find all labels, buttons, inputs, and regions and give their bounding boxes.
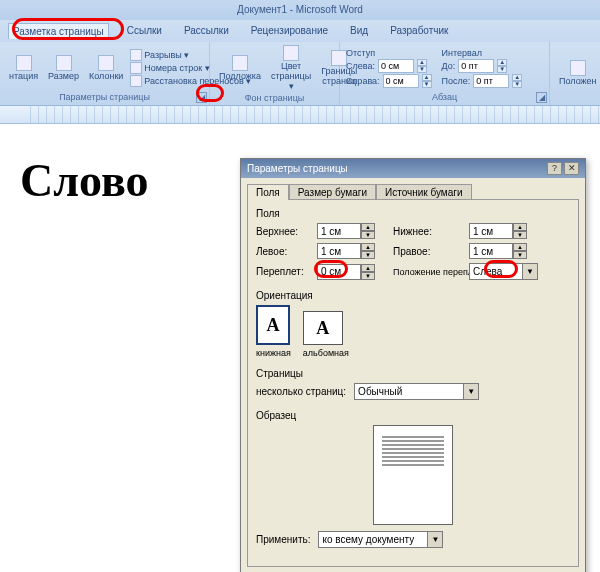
dialog-tabs: Поля Размер бумаги Источник бумаги [241,178,585,200]
margin-bottom-label: Нижнее: [393,226,463,237]
horizontal-ruler[interactable] [0,106,600,124]
help-button[interactable]: ? [547,162,562,175]
apply-to-label: Применить: [256,534,310,545]
margins-section: Поля [256,208,570,219]
dialog-titlebar[interactable]: Параметры страницы ?✕ [241,159,585,178]
orientation-landscape[interactable]: Aальбомная [303,311,349,358]
chevron-down-icon[interactable]: ▼ [428,531,443,548]
columns-button[interactable]: Колонки [86,54,126,83]
margin-top-label: Верхнее: [256,226,311,237]
dialog-title: Параметры страницы [247,163,348,174]
down-icon[interactable]: ▼ [417,66,427,73]
multi-pages-label: несколько страниц: [256,386,346,397]
tab-page-layout[interactable]: Разметка страницы [8,23,109,39]
paragraph-launcher[interactable]: ◢ [536,92,547,103]
spacing-after-input[interactable] [473,74,509,88]
chevron-down-icon[interactable]: ▼ [523,263,538,280]
margin-top-input[interactable] [317,223,361,239]
page-color-button[interactable]: Цвет страницы ▾ [268,44,314,93]
hyphen-icon [130,75,142,87]
group-page-setup: нтация Размер Колонки Разрывы ▾ Номера с… [0,42,210,105]
close-button[interactable]: ✕ [564,162,579,175]
page-setup-dialog: Параметры страницы ?✕ Поля Размер бумаги… [240,158,586,572]
app-titlebar: Документ1 - Microsoft Word [0,0,600,20]
watermark-icon [232,55,248,71]
indent-right-label: Справа: [346,76,380,86]
margin-bottom-input[interactable] [469,223,513,239]
chevron-down-icon[interactable]: ▼ [464,383,479,400]
indent-right-input[interactable] [383,74,419,88]
indent-header: Отступ [346,48,432,58]
tab-developer[interactable]: Разработчик [386,23,452,39]
spacing-header: Интервал [442,48,523,58]
size-icon [56,55,72,71]
gutter-label: Переплет: [256,266,311,277]
spacing-before-input[interactable] [458,59,494,73]
spacing-after-label: После: [442,76,471,86]
group-page-background: Подложка Цвет страницы ▾ Границы страниц… [210,42,340,105]
numbers-icon [130,62,142,74]
up-icon[interactable]: ▲ [417,59,427,66]
columns-icon [98,55,114,71]
pagecolor-icon [283,45,299,61]
margin-right-label: Правое: [393,246,463,257]
dlg-tab-paper[interactable]: Размер бумаги [289,184,376,200]
margin-left-input[interactable] [317,243,361,259]
ribbon: нтация Размер Колонки Разрывы ▾ Номера с… [0,42,600,106]
position-button[interactable]: Положен [556,59,600,88]
tab-view[interactable]: Вид [346,23,372,39]
orientation-icon [16,55,32,71]
preview-section: Образец [256,410,570,421]
position-icon [570,60,586,76]
pages-section: Страницы [256,368,570,379]
spacing-before-label: До: [442,61,456,71]
tab-review[interactable]: Рецензирование [247,23,332,39]
apply-to-select[interactable] [318,531,428,548]
group-arrange: Положен [550,42,598,105]
group-paragraph: Отступ Слева:▲▼ Справа:▲▼ Интервал До:▲▼… [340,42,550,105]
indent-left-input[interactable] [378,59,414,73]
orientation-portrait[interactable]: Aкнижная [256,305,291,358]
group-page-label: Параметры страницы [6,92,203,103]
breaks-icon [130,49,142,61]
ribbon-tabs: Разметка страницы Ссылки Рассылки Реценз… [0,20,600,42]
size-button[interactable]: Размер [45,54,82,83]
watermark-button[interactable]: Подложка [216,54,264,83]
preview-thumbnail [373,425,453,525]
dlg-tab-margins[interactable]: Поля [247,184,289,200]
page-setup-launcher[interactable]: ◢ [196,92,207,103]
margin-left-label: Левое: [256,246,311,257]
gutter-pos-select[interactable] [469,263,523,280]
margin-right-input[interactable] [469,243,513,259]
orientation-section: Ориентация [256,290,570,301]
multi-pages-select[interactable] [354,383,464,400]
group-bg-label: Фон страницы [216,93,333,104]
gutter-pos-label: Положение переплета: [393,267,463,277]
tab-references[interactable]: Ссылки [123,23,166,39]
dlg-tab-source[interactable]: Источник бумаги [376,184,472,200]
tab-mailings[interactable]: Рассылки [180,23,233,39]
indent-left-label: Слева: [346,61,375,71]
orientation-button[interactable]: нтация [6,54,41,83]
group-para-label: Абзац [346,92,543,103]
gutter-input[interactable] [317,264,361,280]
